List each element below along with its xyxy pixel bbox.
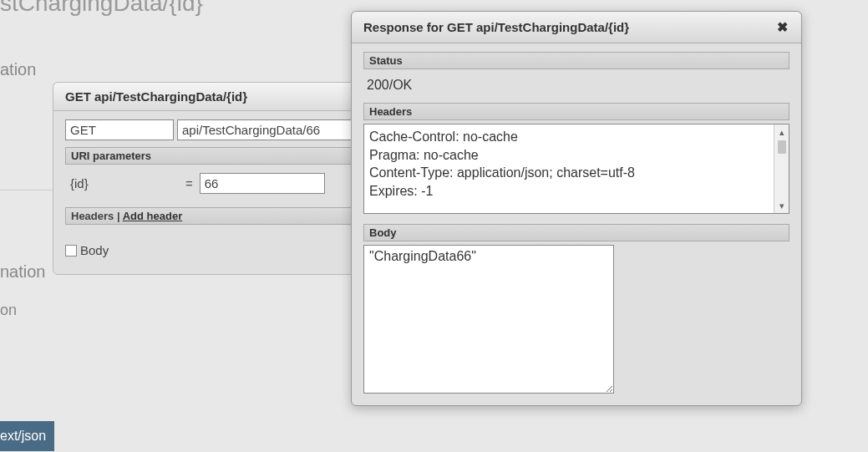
headers-label: Headers | <box>71 210 123 222</box>
body-section-header: Body <box>363 224 789 241</box>
headers-section-header: Headers <box>363 103 789 120</box>
scroll-track[interactable] <box>774 140 789 198</box>
body-label: Body <box>80 243 109 257</box>
equals-label: = <box>185 176 193 190</box>
response-headers-content[interactable]: Cache-Control: no-cache Pragma: no-cache… <box>364 124 774 213</box>
param-value-input[interactable] <box>200 173 325 194</box>
response-dialog: Response for GET api/TestChargingData/{i… <box>351 11 802 406</box>
status-section-header: Status <box>363 52 789 69</box>
side-label-partial: ation <box>0 60 36 79</box>
scroll-thumb[interactable] <box>778 140 786 154</box>
http-method-input[interactable] <box>65 119 174 140</box>
scrollbar[interactable]: ▴ ▾ <box>774 124 789 213</box>
param-name-label: {id} <box>70 176 179 190</box>
scroll-up-arrow-icon[interactable]: ▴ <box>774 124 789 140</box>
response-body-textarea[interactable]: "ChargingData66" <box>363 245 614 394</box>
status-value: 200/OK <box>363 69 789 103</box>
dialog-title: Response for GET api/TestChargingData/{i… <box>363 20 629 34</box>
body-checkbox[interactable] <box>65 245 77 256</box>
side-label-partial: nation <box>0 262 46 282</box>
scroll-down-arrow-icon[interactable]: ▾ <box>774 198 789 213</box>
response-headers-box: Cache-Control: no-cache Pragma: no-cache… <box>363 124 789 214</box>
content-type-button[interactable]: ext/json <box>0 421 54 451</box>
side-label-partial: on <box>0 302 17 319</box>
close-icon[interactable]: ✖ <box>775 19 789 35</box>
page-title: stChargingData/{id} <box>0 0 203 17</box>
dialog-body: Status 200/OK Headers Cache-Control: no-… <box>352 43 801 405</box>
dialog-header: Response for GET api/TestChargingData/{i… <box>352 12 801 43</box>
add-header-link[interactable]: Add header <box>123 210 183 222</box>
